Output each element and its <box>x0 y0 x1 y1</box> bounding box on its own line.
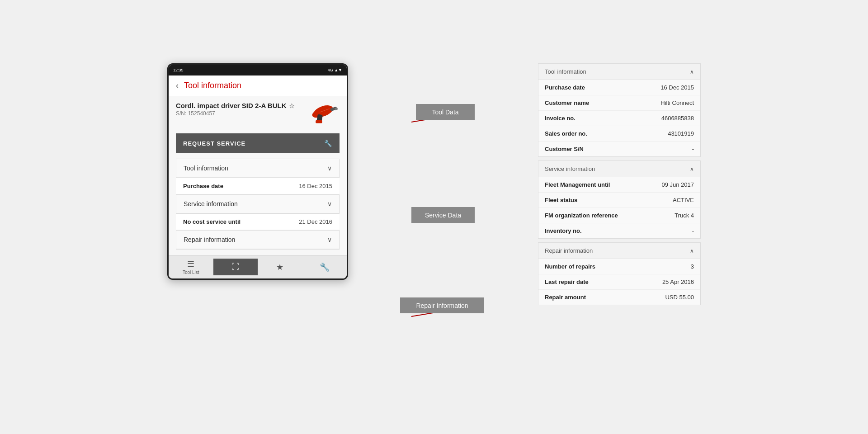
card-inventory-no: Inventory no. - <box>538 223 700 238</box>
drill-svg <box>303 97 340 129</box>
phone-content: Cordl. impact driver SID 2-A BULK ☆ S/N:… <box>169 96 347 255</box>
back-button[interactable]: ‹ <box>176 81 179 90</box>
status-left: 12:35 <box>173 68 184 72</box>
main-container: 12:35 4G ▲▼ ‹ Tool information Cordl. im… <box>0 50 868 384</box>
nav-service[interactable]: 🔧 <box>302 259 347 276</box>
service-info-card: Service information ∧ Fleet Management u… <box>538 160 701 239</box>
tool-info-card-title: Tool information <box>545 68 586 75</box>
card-customer-name: Customer name Hilti Connect <box>538 95 700 111</box>
phone-header: ‹ Tool information <box>169 75 347 96</box>
repair-info-label: Repair information <box>184 236 235 243</box>
tool-info-card: Tool information ∧ Purchase date 16 Dec … <box>538 63 701 157</box>
card-num-repairs: Number of repairs 3 <box>538 259 700 274</box>
status-right: 4G ▲▼ <box>328 68 342 72</box>
service-info-section: Service information ∨ <box>176 194 340 214</box>
purchase-date-label: Purchase date <box>183 183 223 189</box>
expand-icon: ⛶ <box>231 262 240 272</box>
arrows-section: Tool Data Service Data Repair Informatio… <box>375 63 511 371</box>
star-nav-icon: ★ <box>276 262 283 272</box>
service-info-card-header[interactable]: Service information ∧ <box>538 161 700 177</box>
service-info-label: Service information <box>184 200 238 208</box>
repair-info-header[interactable]: Repair information ∨ <box>176 231 339 249</box>
card-purchase-date: Purchase date 16 Dec 2015 <box>538 80 700 95</box>
card-fm-org-ref: FM organization reference Truck 4 <box>538 208 700 223</box>
tool-info-label: Tool information <box>184 165 228 172</box>
no-cost-service-row: No cost service until 21 Dec 2016 <box>176 214 340 230</box>
repair-info-chevron: ∨ <box>327 236 332 243</box>
request-service-button[interactable]: REQUEST SERVICE 🔧 <box>176 133 340 153</box>
purchase-date-row: Purchase date 16 Dec 2015 <box>176 178 340 194</box>
nav-favorites[interactable]: ★ <box>258 259 302 276</box>
tool-image <box>303 97 340 129</box>
tool-info-card-chevron: ∧ <box>690 69 694 75</box>
repair-info-card-chevron: ∧ <box>690 248 694 254</box>
card-invoice-no: Invoice no. 4606885838 <box>538 111 700 126</box>
repair-info-section: Repair information ∨ <box>176 230 340 250</box>
purchase-date-value: 16 Dec 2015 <box>299 183 332 189</box>
tool-info-card-header[interactable]: Tool information ∧ <box>538 64 700 80</box>
nav-tool-list[interactable]: ☰ Tool List <box>169 255 213 278</box>
repair-info-card: Repair information ∧ Number of repairs 3… <box>538 242 701 305</box>
svg-text:Service Data: Service Data <box>425 212 461 219</box>
nav-tool-list-label: Tool List <box>183 270 199 275</box>
card-fleet-status: Fleet status ACTIVE <box>538 193 700 208</box>
card-fleet-mgmt: Fleet Management until 09 Jun 2017 <box>538 177 700 193</box>
tool-info-header[interactable]: Tool information ∨ <box>176 159 339 178</box>
service-info-chevron: ∨ <box>327 200 332 208</box>
wrench-icon: 🔧 <box>324 140 332 147</box>
serial-number: S/N: 152540457 <box>176 110 295 117</box>
card-last-repair: Last repair date 25 Apr 2016 <box>538 274 700 290</box>
no-cost-service-label: No cost service until <box>183 218 241 225</box>
card-repair-amount: Repair amount USD 55.00 <box>538 290 700 305</box>
card-sales-order: Sales order no. 43101919 <box>538 126 700 142</box>
phone-mockup: 12:35 4G ▲▼ ‹ Tool information Cordl. im… <box>167 63 348 280</box>
service-info-card-chevron: ∧ <box>690 166 694 172</box>
arrows-diagram: Tool Data Service Data Repair Informatio… <box>375 63 511 371</box>
no-cost-service-value: 21 Dec 2016 <box>299 218 332 225</box>
status-bar: 12:35 4G ▲▼ <box>169 65 347 75</box>
nav-expand[interactable]: ⛶ <box>213 259 258 275</box>
tool-info-chevron: ∨ <box>327 165 332 172</box>
service-info-card-title: Service information <box>545 165 595 172</box>
list-icon: ☰ <box>187 259 194 269</box>
right-panel: Tool information ∧ Purchase date 16 Dec … <box>538 63 701 309</box>
tool-name: Cordl. impact driver SID 2-A BULK ☆ <box>176 102 295 109</box>
service-info-header[interactable]: Service information ∨ <box>176 195 339 213</box>
repair-info-card-header[interactable]: Repair information ∧ <box>538 243 700 259</box>
bottom-nav: ☰ Tool List ⛶ ★ 🔧 <box>169 255 347 278</box>
svg-text:Repair Information: Repair Information <box>416 302 468 309</box>
favorite-icon[interactable]: ☆ <box>289 102 295 109</box>
wrench-nav-icon: 🔧 <box>320 262 330 272</box>
svg-rect-5 <box>316 120 322 123</box>
svg-text:Tool Data: Tool Data <box>432 108 458 116</box>
tool-info-section: Tool information ∨ <box>176 159 340 178</box>
phone-title: Tool information <box>184 81 241 90</box>
card-customer-sn: Customer S/N - <box>538 142 700 156</box>
repair-info-card-title: Repair information <box>545 247 593 254</box>
